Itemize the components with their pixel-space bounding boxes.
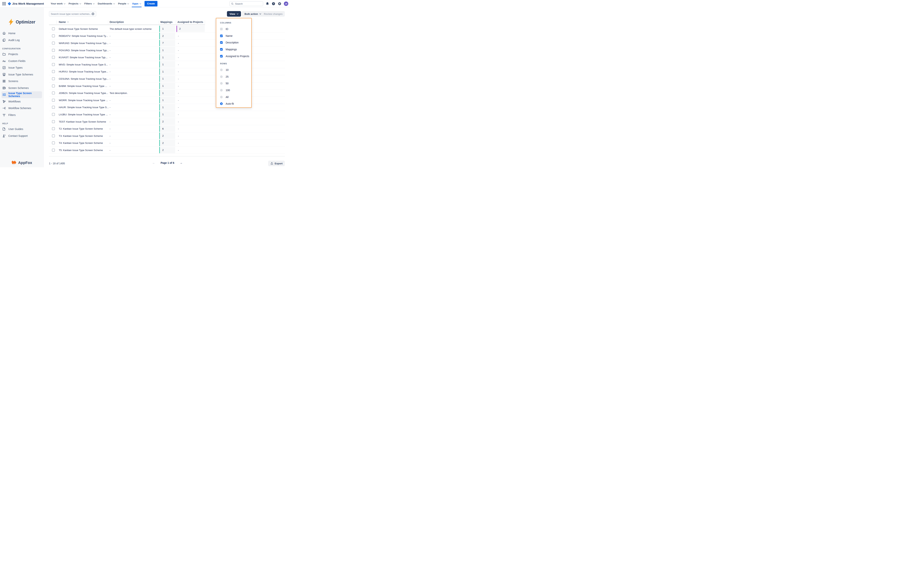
column-divider	[108, 21, 108, 24]
checkbox-icon[interactable]	[220, 55, 223, 58]
column-header-assigned[interactable]: Assigned to Projects	[178, 20, 203, 24]
checkbox-icon[interactable]	[220, 28, 223, 30]
checkbox-icon[interactable]	[220, 41, 223, 44]
sidebar-item-label: Contact Support	[8, 134, 28, 137]
table-row[interactable]: T5: Kanban Issue Type Screen Scheme-2-	[49, 147, 285, 154]
top-navigation-bar: Jira Work Management Your workProjectsFi…	[0, 0, 290, 8]
table-row[interactable]: T2: Kanban Issue Type Screen Scheme-6-	[49, 125, 285, 132]
topnav-menu-filters[interactable]: Filters	[84, 0, 94, 7]
sidebar-item-screen-schemes[interactable]: Screen Schemes	[2, 85, 42, 91]
table-row[interactable]: TEST: Kanban Issue Type Screen Scheme-2-	[49, 118, 285, 125]
rows-option-auto-fit[interactable]: Auto-fit	[216, 100, 251, 107]
sort-icon	[67, 21, 69, 23]
row-description: -	[109, 84, 111, 87]
topnav-menu-apps[interactable]: Apps	[132, 0, 141, 7]
row-checkbox-icon[interactable]	[52, 134, 55, 137]
sidebar-item-workflows[interactable]: Workflows	[2, 98, 42, 105]
next-page-arrow-icon[interactable]: →	[179, 161, 182, 164]
checkbox-icon[interactable]	[220, 48, 223, 51]
main-content: Search issue type screen schemes... View…	[44, 8, 290, 167]
column-option-id[interactable]: ID	[216, 26, 251, 32]
row-description: -	[109, 141, 111, 145]
radio-icon[interactable]	[220, 96, 223, 98]
topnav-menu-people[interactable]: People	[118, 0, 129, 7]
row-checkbox-icon[interactable]	[52, 49, 55, 52]
table-row[interactable]: T4: Kanban Issue Type Screen Scheme-2-	[49, 140, 285, 147]
rows-option-25[interactable]: 25	[216, 73, 251, 80]
row-checkbox-icon[interactable]	[52, 91, 55, 94]
create-button[interactable]: Create	[144, 1, 158, 6]
sidebar-item-workflow-schemes[interactable]: Workflow Schemes	[2, 105, 42, 112]
radio-icon[interactable]	[220, 68, 223, 71]
row-checkbox-icon[interactable]	[52, 106, 55, 109]
row-checkbox-icon[interactable]	[52, 70, 55, 73]
sidebar-item-custom-fields[interactable]: AaCustom Fields	[2, 58, 42, 64]
row-checkbox-icon[interactable]	[52, 120, 55, 123]
user-avatar[interactable]: JR	[284, 2, 288, 6]
notification-bell-icon[interactable]	[266, 2, 269, 6]
sidebar-item-screens[interactable]: Screens	[2, 78, 42, 85]
row-name: TEST: Kanban Issue Type Screen Scheme	[59, 120, 106, 123]
previous-page-arrow-icon[interactable]: ←	[152, 161, 155, 164]
row-checkbox-icon[interactable]	[52, 27, 55, 30]
column-header-name[interactable]: Name	[59, 20, 69, 24]
row-checkbox-icon[interactable]	[52, 34, 55, 37]
sidebar-item-issue-type-screen-schemes[interactable]: Issue Type Screen Schemes	[2, 91, 42, 98]
topnav-menu-projects[interactable]: Projects	[68, 0, 81, 7]
issue-types-icon	[2, 66, 6, 70]
rows-option-50[interactable]: 50	[216, 80, 251, 87]
global-search-input[interactable]: Search	[229, 1, 263, 6]
table-row[interactable]: T3: Kanban Issue Type Screen Scheme-2-	[49, 132, 285, 140]
radio-icon[interactable]	[220, 75, 223, 78]
column-option-description[interactable]: Description	[216, 39, 251, 46]
row-checkbox-icon[interactable]	[52, 63, 55, 66]
sidebar-item-issue-type-schemes[interactable]: Issue Type Schemes	[2, 71, 42, 78]
app-switcher-grid-icon[interactable]	[2, 2, 6, 6]
row-assigned-cell: 2	[176, 26, 205, 32]
sidebar-item-projects[interactable]: Projects	[2, 51, 42, 58]
row-checkbox-icon[interactable]	[52, 56, 55, 59]
table-row[interactable]: LAJBU: Simple Issue Tracking Issue Type …	[49, 111, 285, 118]
sidebar-item-audit-log[interactable]: Audit Log	[2, 37, 42, 44]
topnav-menu-dashboards[interactable]: Dashboards	[98, 0, 115, 7]
sidebar-item-issue-types[interactable]: Issue Types	[2, 64, 42, 71]
topnav-menu-your-work[interactable]: Your work	[51, 0, 65, 7]
column-header-mappings[interactable]: Mappings	[160, 20, 172, 24]
checkbox-icon[interactable]	[220, 35, 223, 37]
radio-icon[interactable]	[220, 89, 223, 91]
view-button[interactable]: View	[227, 11, 241, 17]
sidebar-item-home[interactable]: Home	[2, 30, 42, 37]
column-option-label: Assigned to Projects	[226, 55, 249, 58]
row-checkbox-icon[interactable]	[52, 84, 55, 87]
column-option-mappings[interactable]: Mappings	[216, 46, 251, 53]
bulk-action-button[interactable]: Bulk action	[242, 11, 264, 17]
rows-option-100[interactable]: 100	[216, 87, 251, 94]
radio-icon[interactable]	[220, 82, 223, 85]
help-icon[interactable]: ?	[272, 2, 275, 6]
row-checkbox-icon[interactable]	[52, 42, 55, 44]
rows-option-all[interactable]: All	[216, 94, 251, 100]
clear-search-icon[interactable]	[91, 12, 94, 15]
row-mappings-cell: 1	[159, 54, 175, 61]
sidebar-item-user-guides[interactable]: User Guides	[2, 126, 42, 132]
column-header-description[interactable]: Description	[109, 20, 124, 24]
row-checkbox-icon[interactable]	[52, 141, 55, 145]
column-option-name[interactable]: Name	[216, 32, 251, 40]
table-search-input[interactable]: Search issue type screen schemes...	[49, 11, 96, 17]
row-checkbox-icon[interactable]	[52, 77, 55, 80]
row-checkbox-icon[interactable]	[52, 149, 55, 152]
radio-icon[interactable]	[220, 102, 223, 105]
sidebar-item-filters[interactable]: Filters	[2, 112, 42, 119]
row-checkbox-icon[interactable]	[52, 113, 55, 116]
settings-gear-icon[interactable]	[278, 2, 281, 6]
sidebar-item-contact-support[interactable]: Contact Support	[2, 132, 42, 139]
jira-logo-icon	[8, 2, 11, 6]
row-checkbox-icon[interactable]	[52, 99, 55, 102]
rows-option-label: 50	[226, 82, 229, 85]
rows-option-10[interactable]: 10	[216, 67, 251, 73]
export-button[interactable]: Export	[268, 161, 285, 166]
page-indicator: Page 1 of 6	[161, 161, 174, 164]
column-option-assigned-to-projects[interactable]: Assigned to Projects	[216, 53, 251, 59]
row-checkbox-icon[interactable]	[52, 127, 55, 130]
workflow-schemes-icon	[2, 106, 6, 110]
